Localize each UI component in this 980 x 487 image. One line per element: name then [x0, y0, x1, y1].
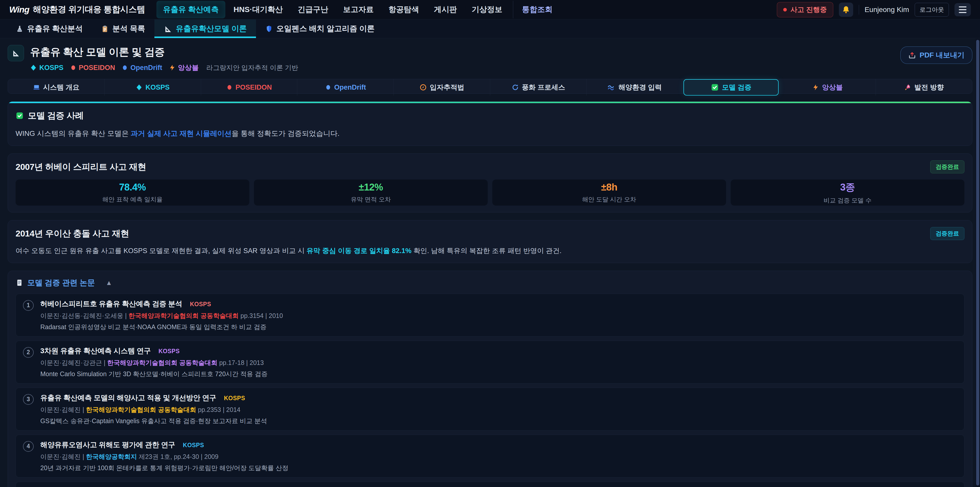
menu-button[interactable]: [955, 3, 971, 16]
model-badge-row: 라그랑지안 입자추적 이론 기반 KOSPS POSEIDON OpenDrif…: [30, 63, 298, 72]
case-2007-title: 2007년 허베이 스피리트 사고 재현: [16, 161, 146, 173]
paper-title: 3차원 유출유 확산예측 시스템 연구: [40, 346, 151, 356]
pdf-export-button[interactable]: PDF 내보내기: [900, 46, 972, 64]
compass-icon: [420, 84, 427, 91]
main-nav: 유출유 확산예측HNS·대기확산긴급구난보고자료항공탐색게시판기상정보통합조회: [156, 0, 561, 19]
paper-model-tag: KOSPS: [190, 301, 211, 308]
topbar-right: 사고 진행중 Eunjeong Kim 로그아웃: [777, 2, 971, 18]
section-nav-item[interactable]: 모델 검증: [683, 79, 779, 96]
validation-intro-title: 모델 검증 사례: [28, 110, 84, 121]
case-2014-text: 여수 오동도 인근 원유 유출 사고를 KOSPS 모델로 재현한 결과, 실제…: [16, 246, 964, 256]
page-icon-box: [8, 45, 24, 61]
validation-intro-card: 모델 검증 사례 WING 시스템의 유출유 확산 모델은 과거 실제 사고 재…: [8, 101, 972, 146]
stat-label: 해안 도달 시간 오차: [582, 195, 636, 204]
check-icon: [16, 112, 24, 120]
case-2014-highlight: 유막 중심 이동 경로 일치율 82.1%: [307, 247, 411, 255]
status-dot-icon: [783, 8, 787, 11]
model-badge: POSEIDON: [70, 64, 115, 72]
incident-status-badge[interactable]: 사고 진행중: [777, 2, 833, 18]
circle-icon: [325, 84, 331, 90]
pdf-export-label: PDF 내보내기: [920, 50, 964, 60]
topnav-item[interactable]: 보고자료: [336, 1, 380, 18]
ruler-icon: [164, 24, 172, 33]
paper-item[interactable]: 3 유출유 확산예측 모델의 해양사고 적용 및 개선방안 연구 KOSPS 이…: [16, 388, 964, 431]
model-badge: KOSPS: [30, 64, 64, 72]
stat-box: ±8h 해안 도달 시간 오차: [492, 179, 726, 206]
shield-icon: [265, 25, 273, 33]
page-title: 유출유 확산 모델 이론 및 검증: [30, 45, 298, 59]
scrollbar-track: [975, 38, 980, 487]
wing-logo: Wing: [9, 5, 29, 14]
diamond-icon: [30, 64, 37, 71]
intro-highlight: 과거 실제 사고 재현 시뮬레이션: [130, 129, 231, 137]
model-badge: OpenDrift: [122, 64, 162, 72]
ruler-icon: [11, 49, 20, 57]
case-2014-title: 2014년 우이산 충돌 사고 재현: [16, 228, 129, 240]
stat-value: 3종: [840, 181, 855, 194]
laptop-icon: [33, 84, 40, 91]
section-nav-item[interactable]: 시스템 개요: [8, 79, 104, 96]
model-badge: 앙상블: [169, 63, 199, 72]
app-title: 해양환경 위기대응 통합시스템: [33, 4, 145, 15]
sub-tab-bar: 유출유 확산분석 분석 목록 유출유확산모델 이론 오일펜스 배치 알고리즘 이…: [0, 19, 980, 38]
papers-card: 모델 검증 관련 논문 ▲ 1 허베이스피리트호 유출유 확산예측 검증 분석 …: [8, 271, 972, 487]
sub-tab[interactable]: 유출유 확산분석: [6, 19, 92, 38]
paper-number: 1: [23, 300, 34, 311]
paper-description: Monte Carlo Simulation 기반 3D 확산모델·허베이 스피…: [40, 370, 267, 378]
section-nav-item[interactable]: OpenDrift: [297, 79, 393, 96]
stat-value: ±12%: [359, 182, 383, 193]
stat-label: 유막 면적 오차: [351, 195, 391, 204]
section-nav-item[interactable]: 앙상블: [779, 79, 876, 96]
section-nav-item[interactable]: 입자추적법: [393, 79, 490, 96]
section-nav-item[interactable]: KOSPS: [104, 79, 201, 96]
divider: [859, 5, 859, 14]
stat-box: ±12% 유막 면적 오차: [254, 179, 488, 206]
section-nav-item[interactable]: 풍화 프로세스: [490, 79, 587, 96]
stat-value: ±8h: [601, 182, 617, 193]
topnav-item[interactable]: 항공탐색: [382, 1, 426, 18]
topnav-item[interactable]: 기상정보: [465, 1, 509, 18]
paper-meta: 이문진·김혜진 | 한국해양과학기술협의회 공동학술대회 pp.2353 | 2…: [40, 406, 267, 414]
topnav-item[interactable]: 통합조회: [513, 1, 559, 18]
paper-title: 허베이스피리트호 유출유 확산예측 검증 분석: [40, 299, 182, 309]
paper-model-tag: KOSPS: [224, 395, 245, 402]
circle-icon: [226, 84, 232, 90]
stat-label: 해안 표착 예측 일치율: [102, 195, 162, 204]
cycle-icon: [512, 84, 519, 91]
paper-number: 2: [23, 347, 34, 358]
collapse-arrow[interactable]: ▲: [106, 279, 112, 287]
check-icon: [711, 83, 719, 91]
sub-tab[interactable]: 유출유확산모델 이론: [154, 19, 256, 38]
sub-tab[interactable]: 오일펜스 배치 알고리즘 이론: [256, 19, 384, 38]
topnav-item[interactable]: HNS·대기확산: [227, 1, 290, 18]
paper-item[interactable]: 1 허베이스피리트호 유출유 확산예측 검증 분석 KOSPS 이문진·김선동·…: [16, 294, 964, 337]
stat-label: 비교 검증 모델 수: [824, 196, 872, 204]
paper-description: 20년 과거자료 기반 100회 몬테카를로 통계 위험평가·가로림만 해안/어…: [40, 464, 288, 472]
paper-number: 3: [23, 394, 34, 405]
papers-title: 모델 검증 관련 논문: [27, 278, 95, 288]
flask-icon: [16, 25, 24, 33]
logout-button[interactable]: 로그아웃: [915, 3, 949, 17]
bolt-icon: [169, 64, 176, 71]
notifications-button[interactable]: [839, 3, 853, 17]
paper-list: 1 허베이스피리트호 유출유 확산예측 검증 분석 KOSPS 이문진·김선동·…: [16, 294, 964, 487]
bolt-icon: [812, 84, 819, 91]
topnav-item[interactable]: 유출유 확산예측: [156, 1, 225, 18]
paper-title: 유출유 확산예측 모델의 해양사고 적용 및 개선방안 연구: [40, 393, 216, 403]
sub-tab[interactable]: 분석 목록: [92, 19, 154, 38]
paper-item[interactable]: 5 한반도 인근 해역 MOHID 지역 해양순환 모델 검증 POSEIDON…: [16, 482, 964, 487]
section-nav-item[interactable]: 발전 방향: [876, 79, 972, 96]
bell-icon: [842, 5, 850, 14]
diamond-icon: [136, 84, 142, 91]
paper-item[interactable]: 4 해양유류오염사고 위해도 평가에 관한 연구 KOSPS 이문진·김혜진 |…: [16, 435, 964, 477]
page-subtitle: 라그랑지안 입자추적 이론 기반: [207, 63, 298, 72]
topnav-item[interactable]: 긴급구난: [291, 1, 335, 18]
scrollbar-thumb[interactable]: [976, 40, 979, 485]
topnav-item[interactable]: 게시판: [427, 1, 463, 18]
section-nav-item[interactable]: POSEIDON: [201, 79, 298, 96]
status-label: 사고 진행중: [791, 5, 827, 14]
paper-number: 4: [23, 441, 34, 452]
page-icon: [16, 279, 23, 287]
paper-item[interactable]: 2 3차원 유출유 확산예측 시스템 연구 KOSPS 이문진·김혜진·강관근 …: [16, 341, 964, 383]
section-nav-item[interactable]: 해양환경 입력: [587, 79, 683, 96]
